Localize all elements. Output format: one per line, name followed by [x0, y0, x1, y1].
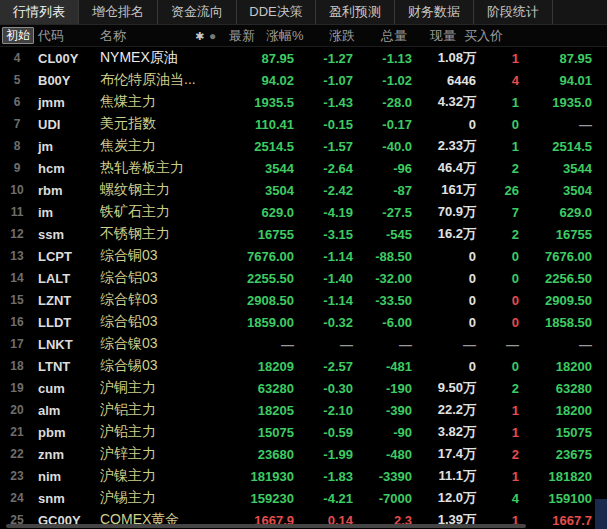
current-volume: —	[480, 337, 525, 352]
table-row[interactable]: 17 LNKT 综合镍03 — — — — — —	[0, 333, 607, 355]
table-row[interactable]: 15 LZNT 综合锌03 2908.50 -1.14 -33.50 0 0 2…	[0, 289, 607, 311]
total-volume: 11.1万	[416, 467, 480, 485]
current-volume: 0	[480, 249, 525, 264]
latest-price: 3544	[226, 161, 298, 176]
change-percent: -2.57	[298, 359, 358, 374]
table-row[interactable]: 4 CL00Y NYMEX原油 87.95 -1.27 -1.13 1.08万 …	[0, 47, 607, 69]
total-volume: 6446	[416, 73, 480, 88]
col-header-latest[interactable]: 最新	[229, 27, 255, 45]
star-icon[interactable]: ✱	[195, 29, 204, 42]
row-number: 20	[0, 403, 34, 417]
change-amount: -0.17	[358, 117, 416, 132]
col-header-code[interactable]: 代码	[38, 27, 64, 45]
buy-price: 2256.50	[525, 271, 607, 286]
change-percent: -2.64	[298, 161, 358, 176]
initial-sort-button[interactable]: 初始	[2, 27, 34, 44]
current-volume: 26	[480, 183, 525, 198]
instrument-name: 美元指数	[98, 115, 226, 133]
buy-price: 87.95	[525, 51, 607, 66]
row-number: 15	[0, 293, 34, 307]
circle-icon[interactable]: ●	[209, 29, 216, 43]
col-header-pct[interactable]: 涨幅%	[266, 27, 304, 45]
total-volume: 22.2万	[416, 401, 480, 419]
table-row[interactable]: 14 LALT 综合铝03 2255.50 -1.40 -32.00 0 0 2…	[0, 267, 607, 289]
instrument-name: 综合锌03	[98, 291, 226, 309]
total-volume: 9.50万	[416, 379, 480, 397]
row-number: 19	[0, 381, 34, 395]
change-percent: -4.21	[298, 491, 358, 506]
current-volume: 1	[480, 469, 525, 484]
col-header-cur[interactable]: 现量	[430, 27, 456, 45]
row-number: 8	[0, 139, 34, 153]
tab-position-ranking[interactable]: 增仓排名	[79, 0, 158, 24]
change-amount: -1.13	[358, 51, 416, 66]
tab-market-list[interactable]: 行情列表	[0, 0, 79, 24]
instrument-code: LALT	[34, 271, 98, 286]
total-volume: 0	[416, 315, 480, 330]
col-header-buy[interactable]: 买入价	[464, 27, 503, 45]
table-row[interactable]: 22 znm 沪锌主力 23680 -1.99 -480 17.4万 2 236…	[0, 443, 607, 465]
latest-price: 63280	[226, 381, 298, 396]
change-amount: -1.02	[358, 73, 416, 88]
row-number: 11	[0, 205, 34, 219]
horizontal-scrollbar-thumb[interactable]	[6, 524, 526, 528]
current-volume: 1	[480, 403, 525, 418]
instrument-name: 综合铅03	[98, 313, 226, 331]
change-percent: -0.15	[298, 117, 358, 132]
change-percent: -1.43	[298, 95, 358, 110]
instrument-name: 焦炭主力	[98, 137, 226, 155]
table-row[interactable]: 19 cum 沪铜主力 63280 -0.30 -190 9.50万 2 632…	[0, 377, 607, 399]
latest-price: 18209	[226, 359, 298, 374]
col-header-chg[interactable]: 涨跌	[329, 27, 355, 45]
table-row[interactable]: 7 UDI 美元指数 110.41 -0.15 -0.17 0 0 —	[0, 113, 607, 135]
buy-price: 2514.5	[525, 139, 607, 154]
table-row[interactable]: 9 hcm 热轧卷板主力 3544 -2.64 -96 46.4万 2 3544	[0, 157, 607, 179]
change-percent: -1.57	[298, 139, 358, 154]
buy-price: 2909.50	[525, 293, 607, 308]
buy-price: 1935.0	[525, 95, 607, 110]
buy-price: 181820	[525, 469, 607, 484]
table-row[interactable]: 8 jm 焦炭主力 2514.5 -1.57 -40.0 2.33万 1 251…	[0, 135, 607, 157]
table-row[interactable]: 10 rbm 螺纹钢主力 3504 -2.42 -87 161万 26 3504	[0, 179, 607, 201]
latest-price: 3504	[226, 183, 298, 198]
table-row[interactable]: 11 im 铁矿石主力 629.0 -4.19 -27.5 70.9万 7 62…	[0, 201, 607, 223]
tab-stage-statistics[interactable]: 阶段统计	[474, 0, 553, 24]
change-amount: —	[358, 337, 416, 352]
table-row[interactable]: 20 alm 沪铝主力 18205 -2.10 -390 22.2万 1 182…	[0, 399, 607, 421]
table-row[interactable]: 24 snm 沪锡主力 159230 -4.21 -7000 12.0万 4 1…	[0, 487, 607, 509]
total-volume: 0	[416, 117, 480, 132]
buy-price: 629.0	[525, 205, 607, 220]
instrument-code: pbm	[34, 425, 98, 440]
table-row[interactable]: 16 LLDT 综合铅03 1859.00 -0.32 -6.00 0 0 18…	[0, 311, 607, 333]
tab-capital-flow[interactable]: 资金流向	[158, 0, 237, 24]
row-number: 18	[0, 359, 34, 373]
instrument-name: 铁矿石主力	[98, 203, 226, 221]
instrument-code: znm	[34, 447, 98, 462]
change-amount: -87	[358, 183, 416, 198]
table-row[interactable]: 13 LCPT 综合铜03 7676.00 -1.14 -88.50 0 0 7…	[0, 245, 607, 267]
table-row[interactable]: 18 LTNT 综合锡03 18209 -2.57 -481 0 0 18200	[0, 355, 607, 377]
row-number: 5	[0, 73, 34, 87]
current-volume: 7	[480, 205, 525, 220]
current-volume: 4	[480, 73, 525, 88]
tab-profit-forecast[interactable]: 盈利预测	[316, 0, 395, 24]
column-header-row: 初始 代码 名称 ✱ ● 最新 涨幅% 涨跌 总量 现量 买入价	[0, 25, 607, 47]
current-volume: 0	[480, 359, 525, 374]
table-row[interactable]: 12 ssm 不锈钢主力 16755 -3.15 -545 16.2万 2 16…	[0, 223, 607, 245]
tab-dde-decision[interactable]: DDE决策	[237, 0, 316, 24]
latest-price: 16755	[226, 227, 298, 242]
row-number: 14	[0, 271, 34, 285]
instrument-name: NYMEX原油	[98, 49, 226, 67]
col-header-vol[interactable]: 总量	[381, 27, 407, 45]
tab-financial-data[interactable]: 财务数据	[395, 0, 474, 24]
change-amount: -481	[358, 359, 416, 374]
latest-price: 18205	[226, 403, 298, 418]
instrument-name: 不锈钢主力	[98, 225, 226, 243]
latest-price: 94.02	[226, 73, 298, 88]
table-row[interactable]: 23 nim 沪镍主力 181930 -1.83 -3390 11.1万 1 1…	[0, 465, 607, 487]
change-amount: -27.5	[358, 205, 416, 220]
table-row[interactable]: 21 pbm 沪铅主力 15075 -0.59 -90 3.82万 1 1507…	[0, 421, 607, 443]
table-row[interactable]: 6 jmm 焦煤主力 1935.5 -1.43 -28.0 4.32万 1 19…	[0, 91, 607, 113]
table-row[interactable]: 5 B00Y 布伦特原油当... 94.02 -1.07 -1.02 6446 …	[0, 69, 607, 91]
col-header-name[interactable]: 名称	[100, 27, 126, 45]
